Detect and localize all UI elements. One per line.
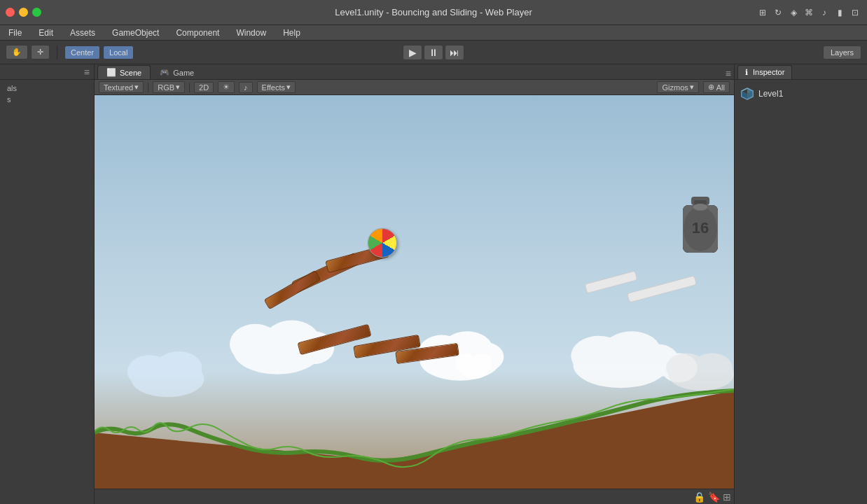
rgb-dropdown[interactable]: RGB ▾ bbox=[153, 81, 185, 93]
inspector-level1-item[interactable]: Level1 bbox=[739, 84, 863, 104]
dropbox-icon: ◈ bbox=[787, 6, 800, 19]
main-layout: ≡ als s ⬜ Scene 🎮 Game ≡ bbox=[0, 64, 867, 504]
bookmark-icon[interactable]: 🔖 bbox=[708, 491, 720, 503]
scene-tab-icon: ⬜ bbox=[106, 68, 116, 77]
mac-window-buttons[interactable] bbox=[6, 8, 41, 17]
scene-toolbar-right: Gizmos ▾ ⊕ All bbox=[657, 81, 730, 93]
effects-arrow: ▾ bbox=[286, 83, 291, 92]
right-panel: ℹ Inspector Level1 bbox=[734, 64, 867, 504]
gizmos-label: Gizmos bbox=[662, 83, 688, 92]
toolbar-sep-2 bbox=[148, 83, 148, 92]
sidebar-collapse-icon[interactable]: ≡ bbox=[84, 66, 90, 78]
rgb-arrow: ▾ bbox=[176, 83, 180, 92]
all-button[interactable]: ⊕ All bbox=[703, 81, 730, 93]
viewport-bottom-bar: 🔒 🔖 ⊞ bbox=[95, 489, 734, 504]
volume-icon: ♪ bbox=[818, 6, 831, 19]
local-button[interactable]: Local bbox=[103, 46, 134, 59]
scene-tab-label: Scene bbox=[120, 69, 141, 77]
inspector-level1-label: Level1 bbox=[758, 89, 783, 99]
toolbar: ✋ ✛ Center Local ▶ ⏸ ⏭ Layers bbox=[0, 41, 867, 64]
scene-toolbar: Textured ▾ RGB ▾ 2D ☀ ♪ Effects ▾ Gizmos… bbox=[95, 80, 734, 95]
menubar: File Edit Assets GameObject Component Wi… bbox=[0, 25, 867, 41]
svg-point-11 bbox=[471, 354, 492, 374]
inspector-tabs: ℹ Inspector bbox=[735, 64, 867, 80]
transform-tools: ✋ ✛ bbox=[6, 45, 50, 59]
menu-file[interactable]: File bbox=[6, 27, 25, 39]
sidebar-item-2[interactable]: s bbox=[4, 94, 90, 105]
menu-edit[interactable]: Edit bbox=[36, 27, 56, 39]
move-tool[interactable]: ✛ bbox=[31, 45, 50, 59]
wifi-icon: ⌘ bbox=[803, 6, 815, 19]
titlebar: Level1.unity - Bouncing and Sliding - We… bbox=[0, 0, 867, 25]
scene-panel-icon[interactable]: ≡ bbox=[726, 68, 731, 79]
game-tab-icon: 🎮 bbox=[160, 68, 169, 77]
textured-label: Textured bbox=[104, 83, 133, 92]
menu-assets[interactable]: Assets bbox=[67, 27, 98, 39]
pivot-tools: Center Local bbox=[64, 46, 134, 59]
audio-button[interactable]: ♪ bbox=[239, 82, 253, 93]
expand-icon[interactable]: ⊞ bbox=[723, 491, 731, 503]
window-title: Level1.unity - Bouncing and Sliding - We… bbox=[335, 7, 532, 18]
pause-button[interactable]: ⏸ bbox=[424, 45, 443, 60]
effects-label: Effects bbox=[262, 83, 285, 92]
game-tab-label: Game bbox=[173, 69, 194, 77]
svg-point-19 bbox=[691, 354, 732, 383]
unity-cube-icon bbox=[740, 87, 754, 101]
sidebar-content: als s bbox=[0, 80, 94, 504]
lighting-button[interactable]: ☀ bbox=[218, 81, 235, 93]
all-label: All bbox=[716, 83, 725, 92]
inspector-tab-label: Inspector bbox=[753, 68, 784, 76]
beach-ball bbox=[368, 228, 397, 258]
step-button[interactable]: ⏭ bbox=[445, 45, 464, 60]
play-controls: ▶ ⏸ ⏭ bbox=[403, 45, 464, 60]
sync-icon: ↻ bbox=[772, 6, 784, 19]
lock-icon[interactable]: 🔒 bbox=[693, 491, 705, 503]
all-icon: ⊕ bbox=[708, 83, 714, 92]
camera-icon: ⊞ bbox=[756, 6, 769, 19]
textured-arrow: ▾ bbox=[134, 83, 139, 92]
gizmos-dropdown[interactable]: Gizmos ▾ bbox=[657, 81, 698, 93]
svg-text:16: 16 bbox=[692, 219, 709, 237]
minimize-button[interactable] bbox=[19, 8, 28, 17]
left-sidebar: ≡ als s bbox=[0, 64, 95, 504]
system-icons: ⊞ ↻ ◈ ⌘ ♪ ▮ ⊡ bbox=[756, 0, 867, 25]
close-button[interactable] bbox=[6, 8, 15, 17]
inspector-content: Level1 bbox=[735, 80, 867, 504]
center-area: ⬜ Scene 🎮 Game ≡ Textured ▾ RGB ▾ 2D bbox=[95, 64, 734, 504]
hand-tool[interactable]: ✋ bbox=[6, 45, 28, 59]
sidebar-header: ≡ bbox=[0, 64, 94, 80]
menu-help[interactable]: Help bbox=[280, 27, 303, 39]
textured-dropdown[interactable]: Textured ▾ bbox=[99, 81, 144, 93]
svg-point-29 bbox=[693, 204, 707, 211]
menu-gameobject[interactable]: GameObject bbox=[109, 27, 162, 39]
2d-button[interactable]: 2D bbox=[194, 82, 214, 93]
tab-scene[interactable]: ⬜ Scene bbox=[97, 65, 151, 79]
sidebar-label-2: s bbox=[7, 95, 11, 104]
tab-inspector[interactable]: ℹ Inspector bbox=[737, 65, 792, 79]
layers-button[interactable]: Layers bbox=[823, 46, 861, 59]
maximize-button[interactable] bbox=[32, 8, 41, 17]
menu-window[interactable]: Window bbox=[233, 27, 269, 39]
effects-dropdown[interactable]: Effects ▾ bbox=[257, 81, 296, 93]
sidebar-item-1[interactable]: als bbox=[4, 83, 90, 94]
weight-object: 16 bbox=[669, 193, 732, 263]
toolbar-sep-1 bbox=[57, 46, 57, 59]
scene-viewport[interactable]: 16 bbox=[95, 95, 734, 489]
scene-tabs: ⬜ Scene 🎮 Game ≡ bbox=[95, 64, 734, 80]
battery-icon: ▮ bbox=[833, 6, 846, 19]
toolbar-sep-3 bbox=[189, 83, 190, 92]
sidebar-label-1: als bbox=[7, 84, 17, 92]
tab-game[interactable]: 🎮 Game bbox=[151, 65, 203, 79]
menu-component[interactable]: Component bbox=[173, 27, 222, 39]
time-icon: ⊡ bbox=[849, 6, 861, 19]
rgb-label: RGB bbox=[158, 83, 174, 92]
svg-point-22 bbox=[155, 351, 202, 384]
center-button[interactable]: Center bbox=[64, 46, 100, 59]
play-button[interactable]: ▶ bbox=[403, 45, 422, 60]
inspector-tab-icon: ℹ bbox=[745, 68, 748, 76]
gizmos-arrow: ▾ bbox=[690, 83, 694, 92]
